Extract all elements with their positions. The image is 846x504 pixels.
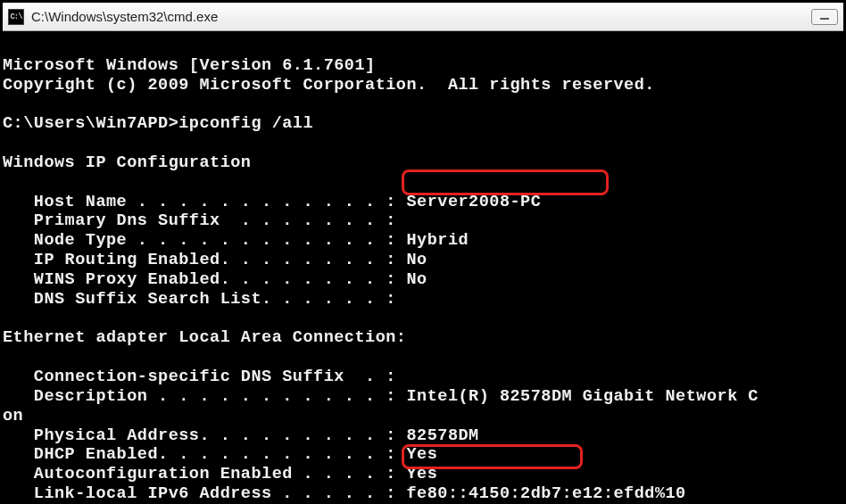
terminal-text: Microsoft Windows [Version 6.1.7601] Cop… xyxy=(3,56,843,501)
terminal-output: Microsoft Windows [Version 6.1.7601] Cop… xyxy=(3,31,843,501)
cmd-window: C:\ C:\Windows\system32\cmd.exe Microsof… xyxy=(3,3,843,501)
titlebar[interactable]: C:\ C:\Windows\system32\cmd.exe xyxy=(3,3,843,31)
line-link-local-ipv6: Link-local IPv6 Address . . . . . : fe80… xyxy=(3,484,686,501)
line-section-ethernet: Ethernet adapter Local Area Connection: xyxy=(3,328,406,347)
window-title: C:\Windows\system32\cmd.exe xyxy=(31,9,802,24)
line-description: Description . . . . . . . . . . . : Inte… xyxy=(3,387,759,406)
cmd-icon: C:\ xyxy=(8,9,24,25)
line-dhcp-enabled: DHCP Enabled. . . . . . . . . . . : Yes xyxy=(3,445,437,464)
line-ip-routing: IP Routing Enabled. . . . . . . . : No xyxy=(3,251,427,269)
line-wins-proxy: WINS Proxy Enabled. . . . . . . . : No xyxy=(3,270,427,289)
line-primary-dns-suffix: Primary Dns Suffix . . . . . . . : xyxy=(3,211,396,230)
line-prompt-command: C:\Users\Win7APD>ipconfig /all xyxy=(3,114,313,133)
line-hostname: Host Name . . . . . . . . . . . . : Serv… xyxy=(3,193,541,211)
line-copyright: Copyright (c) 2009 Microsoft Corporation… xyxy=(3,76,655,95)
line-node-type: Node Type . . . . . . . . . . . . : Hybr… xyxy=(3,231,469,250)
line-dns-suffix-search: DNS Suffix Search List. . . . . . : xyxy=(3,290,396,309)
svg-rect-0 xyxy=(820,18,829,20)
line-section-winipconfig: Windows IP Configuration xyxy=(3,153,251,172)
line-autoconfig: Autoconfiguration Enabled . . . . : Yes xyxy=(3,465,437,483)
line-physical-address: Physical Address. . . . . . . . . : 8257… xyxy=(3,426,479,445)
line-conn-dns-suffix: Connection-specific DNS Suffix . : xyxy=(3,368,396,386)
line-version: Microsoft Windows [Version 6.1.7601] xyxy=(3,56,376,75)
minimize-button[interactable] xyxy=(811,9,838,25)
line-description-wrap: on xyxy=(3,407,23,426)
